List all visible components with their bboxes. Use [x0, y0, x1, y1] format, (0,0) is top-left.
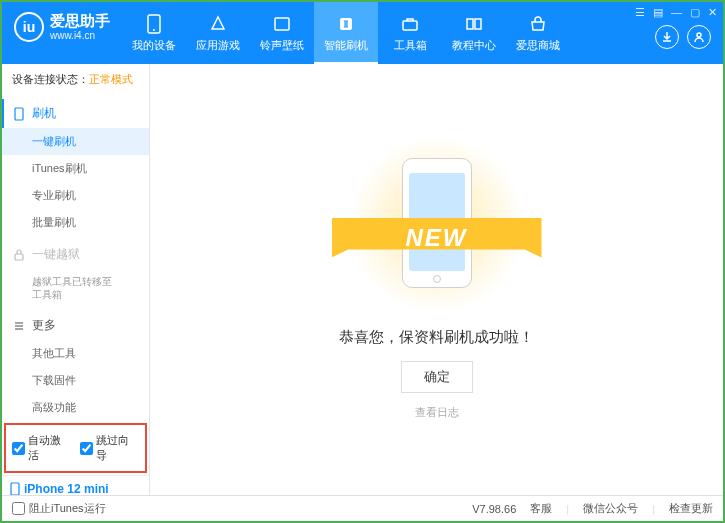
- jailbreak-info: 越狱工具已转移至 工具箱: [2, 269, 149, 307]
- main-content: NEW 恭喜您，保资料刷机成功啦！ 确定 查看日志: [150, 64, 723, 495]
- update-link[interactable]: 检查更新: [669, 501, 713, 516]
- section-label: 刷机: [32, 105, 56, 122]
- phone-icon: [144, 14, 164, 34]
- nav-apps[interactable]: 应用游戏: [186, 2, 250, 64]
- svg-point-1: [153, 29, 155, 31]
- menu-icon[interactable]: ☰: [635, 6, 645, 19]
- status-mode: 正常模式: [89, 73, 133, 85]
- phone-icon: [10, 482, 20, 495]
- checkbox-skip-guide[interactable]: 跳过向导: [80, 433, 140, 463]
- version-label: V7.98.66: [472, 503, 516, 515]
- section-label: 一键越狱: [32, 246, 80, 263]
- wechat-link[interactable]: 微信公众号: [583, 501, 638, 516]
- section-label: 更多: [32, 317, 56, 334]
- minimize-icon[interactable]: —: [671, 6, 682, 19]
- sidebar-item-itunes-flash[interactable]: iTunes刷机: [2, 155, 149, 182]
- checkbox-input[interactable]: [12, 442, 25, 455]
- nav-label: 我的设备: [132, 38, 176, 53]
- nav-store[interactable]: 爱思商城: [506, 2, 570, 64]
- svg-rect-3: [340, 18, 352, 30]
- window-controls: ☰ ▤ — ▢ ✕: [635, 6, 717, 19]
- body: 设备连接状态：正常模式 刷机 一键刷机 iTunes刷机 专业刷机 批量刷机 一…: [2, 64, 723, 495]
- main-nav: 我的设备 应用游戏 铃声壁纸 智能刷机 工具箱 教程中心: [122, 2, 629, 64]
- success-message: 恭喜您，保资料刷机成功啦！: [339, 328, 534, 347]
- sidebar-item-advanced[interactable]: 高级功能: [2, 394, 149, 421]
- sidebar-item-oneclick-flash[interactable]: 一键刷机: [2, 128, 149, 155]
- support-link[interactable]: 客服: [530, 501, 552, 516]
- maximize-icon[interactable]: ▢: [690, 6, 700, 19]
- more-icon: [12, 319, 26, 333]
- phone-icon: [12, 107, 26, 121]
- nav-label: 教程中心: [452, 38, 496, 53]
- sidebar-item-download-firmware[interactable]: 下载固件: [2, 367, 149, 394]
- app-window: iu 爱思助手 www.i4.cn 我的设备 应用游戏 铃声壁纸 智能刷机: [0, 0, 725, 523]
- connection-status: 设备连接状态：正常模式: [2, 64, 149, 95]
- nav-my-device[interactable]: 我的设备: [122, 2, 186, 64]
- wallpaper-icon: [272, 14, 292, 34]
- logo-icon: iu: [14, 12, 44, 42]
- svg-rect-2: [275, 18, 289, 30]
- status-label: 设备连接状态：: [12, 73, 89, 85]
- nav-label: 应用游戏: [196, 38, 240, 53]
- nav-label: 爱思商城: [516, 38, 560, 53]
- download-button[interactable]: [655, 25, 679, 49]
- nav-tutorials[interactable]: 教程中心: [442, 2, 506, 64]
- sidebar-item-other-tools[interactable]: 其他工具: [2, 340, 149, 367]
- checkbox-auto-activate[interactable]: 自动激活: [12, 433, 72, 463]
- device-block[interactable]: iPhone 12 mini 64GB Down-12mini-13,1: [2, 475, 149, 495]
- svg-point-5: [697, 33, 701, 37]
- view-log-link[interactable]: 查看日志: [415, 405, 459, 420]
- options-highlighted: 自动激活 跳过向导: [4, 423, 147, 473]
- section-jailbreak[interactable]: 一键越狱: [2, 240, 149, 269]
- user-actions: [655, 25, 711, 49]
- svg-rect-6: [15, 108, 23, 120]
- checkbox-label: 自动激活: [28, 433, 72, 463]
- sidebar: 设备连接状态：正常模式 刷机 一键刷机 iTunes刷机 专业刷机 批量刷机 一…: [2, 64, 150, 495]
- toolbox-icon: [400, 14, 420, 34]
- success-illustration: NEW: [342, 140, 532, 310]
- pin-icon[interactable]: ▤: [653, 6, 663, 19]
- lock-icon: [12, 248, 26, 262]
- topbar: iu 爱思助手 www.i4.cn 我的设备 应用游戏 铃声壁纸 智能刷机: [2, 2, 723, 64]
- app-subtitle: www.i4.cn: [50, 30, 110, 41]
- block-itunes-checkbox[interactable]: 阻止iTunes运行: [12, 501, 106, 516]
- footer-right: V7.98.66 客服 | 微信公众号 | 检查更新: [472, 501, 713, 516]
- nav-toolbox[interactable]: 工具箱: [378, 2, 442, 64]
- section-flash[interactable]: 刷机: [2, 99, 149, 128]
- footer: 阻止iTunes运行 V7.98.66 客服 | 微信公众号 | 检查更新: [2, 495, 723, 521]
- nav-ringtones[interactable]: 铃声壁纸: [250, 2, 314, 64]
- section-more[interactable]: 更多: [2, 311, 149, 340]
- svg-rect-4: [403, 21, 417, 30]
- svg-rect-7: [15, 254, 23, 260]
- top-right: ☰ ▤ — ▢ ✕: [629, 2, 723, 53]
- flash-icon: [336, 14, 356, 34]
- checkbox-label: 阻止iTunes运行: [29, 501, 106, 516]
- app-title: 爱思助手: [50, 13, 110, 30]
- store-icon: [528, 14, 548, 34]
- nav-label: 工具箱: [394, 38, 427, 53]
- apps-icon: [208, 14, 228, 34]
- checkbox-input[interactable]: [12, 502, 25, 515]
- sidebar-item-pro-flash[interactable]: 专业刷机: [2, 182, 149, 209]
- book-icon: [464, 14, 484, 34]
- logo-area: iu 爱思助手 www.i4.cn: [2, 2, 122, 52]
- device-name: iPhone 12 mini: [24, 482, 109, 495]
- close-icon[interactable]: ✕: [708, 6, 717, 19]
- svg-rect-8: [11, 483, 19, 495]
- nav-label: 智能刷机: [324, 38, 368, 53]
- nav-flash[interactable]: 智能刷机: [314, 2, 378, 64]
- checkbox-input[interactable]: [80, 442, 93, 455]
- checkbox-label: 跳过向导: [96, 433, 140, 463]
- confirm-button[interactable]: 确定: [401, 361, 473, 393]
- user-button[interactable]: [687, 25, 711, 49]
- sidebar-item-batch-flash[interactable]: 批量刷机: [2, 209, 149, 236]
- device-name-row: iPhone 12 mini: [10, 482, 141, 495]
- nav-label: 铃声壁纸: [260, 38, 304, 53]
